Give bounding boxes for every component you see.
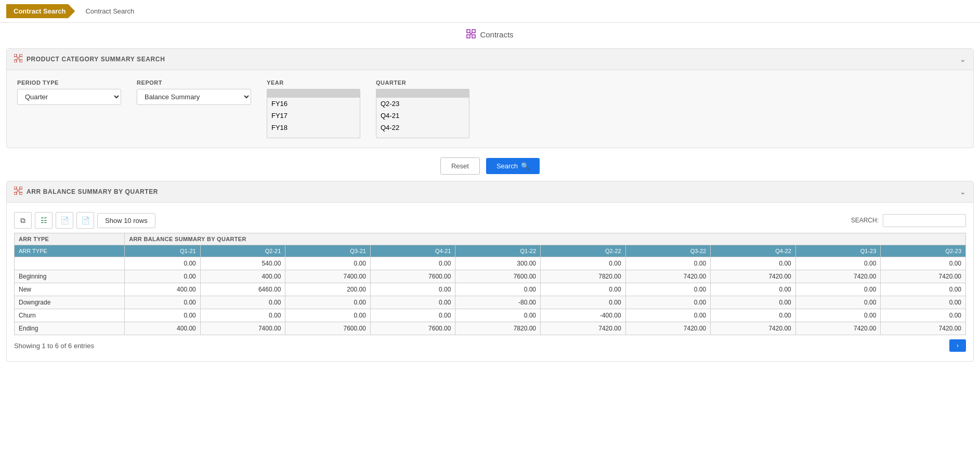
results-panel-icon [14,187,22,197]
year-label: YEAR [267,80,360,86]
svg-rect-13 [20,192,22,195]
toolbar-left: ⧉ ☷ 📄 📄 Show 10 rows [14,212,155,229]
search-panel-body: PERIOD TYPE Quarter Month Annual REPORT … [7,70,973,148]
report-label: REPORT [137,80,251,86]
col-q2-21: Q2-21 [200,245,285,257]
col-q2-23: Q2-23 [881,245,966,257]
group-header-summary: ARR BALANCE SUMMARY BY QUARTER [125,233,966,245]
period-type-label: PERIOD TYPE [17,80,121,86]
search-label: SEARCH: [851,217,879,224]
table-row: New400.006460.00200.000.000.000.000.000.… [15,283,966,296]
svg-rect-4 [471,33,472,35]
table-footer: Showing 1 to 6 of 6 entries › [14,335,966,356]
table-row: Beginning0.00400.007400.007600.007600.00… [15,270,966,283]
excel-button[interactable]: ☷ [35,212,53,229]
table-row: 0.00540.000.000.00300.000.000.000.000.00… [15,257,966,270]
search-panel-chevron[interactable]: ⌄ [960,55,966,63]
breadcrumb-bar: Contract Search Contract Search [0,0,980,23]
pdf-button[interactable]: 📄 [76,212,94,229]
copy-button[interactable]: ⧉ [14,212,32,229]
quarter-label: QUARTER [376,80,469,86]
quarter-group: QUARTER Q2-23 Q4-21 Q4-22 [376,80,469,138]
contracts-grid-icon [466,29,476,40]
col-q4-22: Q4-22 [711,245,796,257]
svg-rect-1 [472,30,475,33]
search-panel-icon [14,54,22,64]
report-select[interactable]: Balance Summary Movement Summary [137,89,251,105]
results-panel-body: ⧉ ☷ 📄 📄 Show 10 rows SEARCH: ARR TYPE AR… [7,203,973,361]
quarter-listbox[interactable]: Q2-23 Q4-21 Q4-22 [376,89,469,138]
report-group: REPORT Balance Summary Movement Summary [137,80,251,105]
breadcrumb-home[interactable]: Contract Search [6,4,75,18]
svg-rect-10 [14,187,17,189]
search-button[interactable]: Search 🔍 [486,158,540,174]
results-panel-title: ARR BALANCE SUMMARY BY QUARTER [27,188,158,195]
search-panel: PRODUCT CATEGORY SUMMARY SEARCH ⌄ PERIOD… [6,48,974,148]
svg-rect-9 [17,57,20,60]
svg-rect-2 [467,35,470,38]
svg-rect-7 [14,60,17,62]
pagination-button[interactable]: › [949,339,966,352]
col-q1-23: Q1-23 [795,245,881,257]
year-listbox[interactable]: FY16 FY17 FY18 [267,89,360,138]
col-q1-22: Q1-22 [455,245,541,257]
showing-text: Showing 1 to 6 of 6 entries [14,342,94,350]
group-header-arrtype: ARR TYPE [15,233,125,245]
table-row: Downgrade0.000.000.000.00-80.000.000.000… [15,296,966,309]
svg-rect-5 [14,54,17,57]
svg-rect-12 [14,192,17,195]
results-panel-header[interactable]: ARR BALANCE SUMMARY BY QUARTER ⌄ [7,181,973,203]
svg-rect-6 [20,54,22,57]
col-q4-21: Q4-21 [370,245,455,257]
table-row: Churn0.000.000.000.000.00-400.000.000.00… [15,309,966,322]
col-arrtype: ARR TYPE [15,245,125,257]
toolbar-right: SEARCH: [851,214,966,227]
table-group-header-row: ARR TYPE ARR BALANCE SUMMARY BY QUARTER [15,233,966,245]
search-panel-title: PRODUCT CATEGORY SUMMARY SEARCH [27,56,165,63]
reset-button[interactable]: Reset [440,157,480,175]
period-type-group: PERIOD TYPE Quarter Month Annual [17,80,121,105]
col-q3-21: Q3-21 [285,245,371,257]
csv-button[interactable]: 📄 [56,212,73,229]
page-title-bar: Contracts [0,23,980,44]
svg-rect-11 [20,187,22,189]
svg-rect-0 [467,30,470,33]
results-panel-chevron[interactable]: ⌄ [960,188,966,196]
search-icon: 🔍 [521,162,529,170]
svg-rect-8 [20,60,22,62]
show-rows-button[interactable]: Show 10 rows [97,213,155,228]
svg-rect-14 [17,189,20,192]
page-title: Contracts [480,30,513,39]
col-q2-22: Q2-22 [541,245,626,257]
buttons-row: Reset Search 🔍 [0,152,980,177]
search-panel-header[interactable]: PRODUCT CATEGORY SUMMARY SEARCH ⌄ [7,49,973,70]
data-table: ARR TYPE ARR BALANCE SUMMARY BY QUARTER … [14,233,966,335]
col-q3-22: Q3-22 [625,245,711,257]
breadcrumb-current: Contract Search [79,4,140,18]
table-search-input[interactable] [883,214,966,227]
table-col-header-row: ARR TYPE Q1-21 Q2-21 Q3-21 Q4-21 Q1-22 Q… [15,245,966,257]
col-q1-21: Q1-21 [125,245,200,257]
table-toolbar: ⧉ ☷ 📄 📄 Show 10 rows SEARCH: [14,208,966,233]
svg-rect-3 [472,35,475,38]
table-row: Ending400.007400.007600.007600.007820.00… [15,322,966,335]
period-type-select[interactable]: Quarter Month Annual [17,89,121,105]
year-group: YEAR FY16 FY17 FY18 [267,80,360,138]
results-panel: ARR BALANCE SUMMARY BY QUARTER ⌄ ⧉ ☷ 📄 📄… [6,181,974,362]
table-body: 0.00540.000.000.00300.000.000.000.000.00… [15,257,966,335]
